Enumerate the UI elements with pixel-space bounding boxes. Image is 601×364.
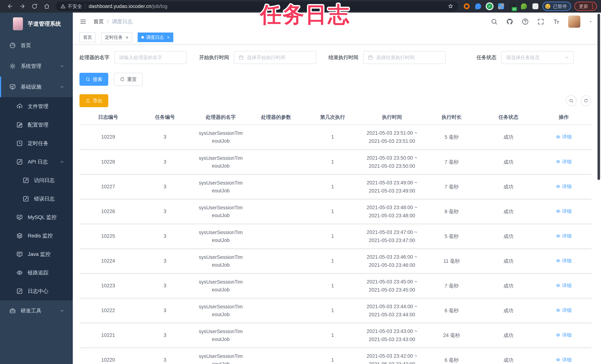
sidebar-item-label: 配置管理 (28, 121, 48, 128)
detail-link[interactable]: 详细 (556, 159, 572, 165)
forward-icon[interactable] (19, 3, 26, 10)
detail-link[interactable]: 详细 (556, 233, 572, 239)
sidebar-item-infra[interactable]: 基础设施 (0, 77, 73, 97)
chevron-down-icon (564, 55, 570, 60)
cell-status: 成功 (481, 224, 536, 249)
on-badge-extension-icon[interactable] (510, 3, 515, 9)
tab-home[interactable]: 首页 (80, 32, 96, 42)
export-button[interactable]: 导出 (80, 94, 108, 107)
cell-action: 详细 (536, 150, 591, 174)
help-icon[interactable] (521, 18, 529, 25)
tab-job[interactable]: 定时任务× (101, 32, 132, 42)
status-select[interactable] (501, 51, 574, 64)
detail-link[interactable]: 详细 (556, 307, 572, 313)
sidebar-item-job[interactable]: 定时任务 (0, 134, 73, 153)
cell-handler: sysUserSessionTimeoutJob (193, 125, 248, 150)
sidebar-item-system[interactable]: 系统管理 (0, 56, 73, 77)
table-row: 102253sysUserSessionTimeoutJob12021-05-0… (80, 224, 591, 249)
sidebar-item-log-center[interactable]: 日志中心 (0, 282, 73, 300)
cell-param (248, 273, 303, 298)
back-icon[interactable] (7, 3, 13, 10)
home-icon[interactable] (43, 3, 50, 10)
detail-link[interactable]: 详细 (556, 134, 572, 140)
reload-icon[interactable] (31, 3, 38, 10)
green-check-extension-icon[interactable] (487, 3, 492, 9)
blue-drop-extension-icon[interactable] (475, 3, 481, 9)
end-time-label: 结束执行时间 (329, 54, 358, 61)
tab-label: 调度日志 (146, 34, 164, 40)
cell-times: 1 (304, 323, 361, 348)
orange-ring-extension-icon[interactable] (464, 3, 470, 9)
avatar[interactable] (568, 16, 580, 28)
sidebar-item-java[interactable]: Java 监控 (0, 245, 73, 263)
cell-duration: 7 毫秒 (422, 150, 481, 174)
grid-extension-icon[interactable] (498, 3, 504, 9)
cell-status: 成功 (481, 199, 536, 224)
sidebar-item-mysql[interactable]: MySQL 监控 (0, 208, 73, 227)
handler-name-input[interactable] (114, 51, 187, 64)
breadcrumb-home[interactable]: 首页 (93, 18, 104, 25)
font-size-icon[interactable] (553, 18, 560, 25)
refresh-table-button[interactable] (581, 95, 591, 106)
sidebar-menu: 首页系统管理基础设施文件管理配置管理定时任务API 日志访问日志错误日志MySQ… (0, 35, 73, 364)
search-icon[interactable] (491, 18, 498, 25)
detail-link[interactable]: 详细 (556, 183, 572, 190)
cell-duration: 6 毫秒 (422, 348, 481, 364)
cell-duration: 11 毫秒 (422, 249, 481, 273)
table-row: 102233sysUserSessionTimeoutJob12021-05-0… (80, 273, 591, 298)
dashboard-icon (9, 42, 16, 49)
refresh-icon (584, 98, 588, 103)
status-label: 任务状态 (476, 54, 496, 61)
status-field[interactable] (501, 51, 564, 64)
end-time-field[interactable] (373, 51, 445, 64)
fullscreen-icon[interactable] (537, 18, 544, 25)
kebab-menu-icon[interactable] (591, 3, 594, 10)
sidebar-item-access-log[interactable]: 访问日志 (0, 171, 73, 190)
leaf-extension-icon[interactable] (521, 3, 527, 9)
sidebar-item-error-log[interactable]: 错误日志 (0, 190, 73, 208)
page-scrollbar[interactable] (598, 14, 600, 180)
sidebar-item-label: 日志中心 (28, 288, 48, 295)
browser-update-button[interactable]: 更新 (574, 2, 597, 11)
warning-icon[interactable] (60, 3, 66, 9)
logo-row[interactable]: 芋道管理系统 (0, 13, 73, 35)
sidebar-item-file[interactable]: 文件管理 (0, 97, 73, 116)
begin-time-picker[interactable] (234, 51, 316, 64)
hamburger-icon[interactable] (80, 18, 87, 25)
cell-param (248, 150, 303, 174)
detail-link[interactable]: 详细 (556, 258, 572, 264)
address-bar[interactable]: 不安全 dashboard.yudao.iocoder.cn /job/log (56, 1, 458, 11)
tab-job-log[interactable]: 调度日志× (138, 32, 173, 42)
search-button[interactable]: 搜索 (80, 73, 108, 86)
reset-button[interactable]: 重置 (114, 73, 143, 86)
sidebar-item-trace[interactable]: 链路追踪 (0, 263, 73, 282)
sidebar-item-api-log[interactable]: API 日志 (0, 153, 73, 171)
sidebar-item-label: Redis 监控 (28, 232, 53, 239)
puzzle-extension-icon[interactable] (532, 3, 538, 9)
cell-job-id: 3 (137, 125, 193, 150)
end-time-picker[interactable] (363, 51, 446, 64)
profile-paused-badge[interactable]: 已暂停 (542, 2, 571, 11)
detail-link[interactable]: 详细 (556, 332, 572, 338)
sidebar-item-home[interactable]: 首页 (0, 35, 73, 56)
bookmark-star-icon[interactable] (448, 3, 454, 10)
tab-close-icon[interactable]: × (126, 35, 128, 40)
begin-time-label: 开始执行时间 (199, 54, 229, 61)
caret-down-icon[interactable] (588, 20, 593, 24)
github-icon[interactable] (506, 18, 513, 25)
detail-link[interactable]: 详细 (556, 208, 572, 214)
detail-link[interactable]: 详细 (556, 357, 572, 363)
sidebar-item-config[interactable]: 配置管理 (0, 116, 73, 134)
breadcrumb-separator: / (107, 19, 109, 25)
column-header: 任务状态 (481, 110, 536, 125)
gear-icon (9, 63, 16, 70)
detail-link[interactable]: 详细 (556, 282, 572, 289)
tab-close-icon[interactable]: × (167, 35, 170, 40)
sidebar-item-redis[interactable]: Redis 监控 (0, 227, 73, 245)
filter-form: 处理器的名字 开始执行时间 结束执行时间 (80, 51, 591, 64)
begin-time-field[interactable] (244, 51, 316, 64)
sidebar-item-dev-tools[interactable]: 研发工具 (0, 300, 73, 321)
toggle-search-button[interactable] (566, 95, 577, 106)
table-row: 102263sysUserSessionTimeoutJob12021-05-0… (80, 199, 591, 224)
handler-name-field[interactable] (115, 51, 186, 64)
